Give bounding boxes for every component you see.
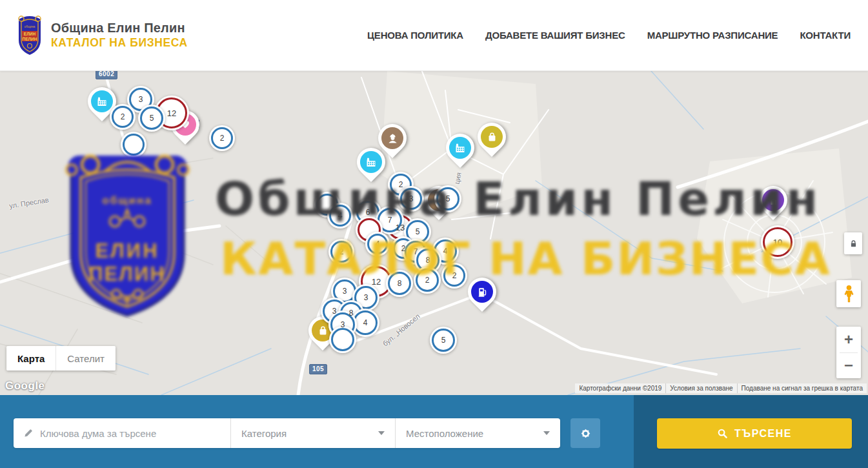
brand-text: Община Елин Пелин КАТАЛОГ НА БИЗНЕСА — [51, 21, 188, 50]
map-type-satellite-button[interactable]: Сателит — [56, 346, 116, 371]
zoom-control: + − — [836, 327, 861, 378]
streetview-lock-button[interactable] — [844, 232, 862, 254]
page: община ЕЛИН ПЕЛИН Община Елин Пелин КАТА… — [0, 0, 868, 468]
emblem-name2: ПЕЛИН — [23, 36, 37, 41]
attribution-link[interactable]: Подаване на сигнал за грешка в картата — [737, 383, 867, 393]
cluster-count: 8 — [349, 309, 354, 318]
attribution-link[interactable]: Условия за ползване — [665, 383, 736, 393]
brand-subtitle: КАТАЛОГ НА БИЗНЕСА — [51, 36, 188, 50]
cluster-count: 7 — [388, 216, 392, 225]
cluster-count: 2 — [452, 271, 457, 280]
cluster-count: 3 — [343, 287, 347, 296]
keyword-input[interactable] — [40, 428, 221, 439]
cluster-marker[interactable] — [329, 326, 356, 353]
pencil-icon — [23, 428, 34, 439]
cluster-marker[interactable]: 2 — [110, 104, 136, 130]
cluster-count: 2 — [220, 134, 225, 143]
cluster-marker[interactable]: 8 — [386, 270, 413, 297]
google-logo[interactable]: Google — [5, 380, 45, 392]
cluster-count: 10 — [773, 238, 782, 247]
zoom-out-button[interactable]: − — [836, 353, 861, 379]
brand-title: Община Елин Пелин — [51, 21, 188, 36]
cluster-count: 3 — [409, 194, 414, 203]
cluster-count: 2 — [121, 112, 125, 121]
header: община ЕЛИН ПЕЛИН Община Елин Пелин КАТА… — [0, 0, 868, 71]
location-select-label: Местоположение — [406, 428, 483, 439]
cluster-count: 3 — [364, 293, 368, 302]
cluster-count: 2 — [339, 247, 344, 256]
nav-item[interactable]: КОНТАКТИ — [800, 30, 851, 41]
cluster-marker[interactable] — [121, 132, 146, 158]
cluster-marker[interactable]: 4 — [327, 203, 353, 229]
cluster-marker[interactable]: 2 — [209, 125, 235, 151]
category-select[interactable]: Категория — [230, 418, 395, 448]
search-bar: Категория Местоположение ТЪРСЕНЕ — [0, 395, 868, 468]
cluster-count: 3 — [139, 95, 143, 104]
cluster-count: 12 — [372, 277, 381, 287]
cluster-count: 2 — [399, 180, 403, 189]
pegman-control[interactable] — [836, 280, 861, 307]
pegman-icon — [842, 285, 856, 303]
clusters-layer: 12325223546137542274822128333843510 — [0, 71, 868, 395]
municipality-emblem-icon: община ЕЛИН ПЕЛИН — [16, 14, 43, 57]
emblem-top-text: община — [25, 25, 35, 28]
cluster-marker[interactable]: 2 — [414, 267, 441, 294]
cluster-count: 3 — [341, 320, 345, 329]
cluster-count: 12 — [167, 108, 176, 118]
cluster-count: 3 — [332, 307, 337, 316]
nav-item[interactable]: ЦЕНОВА ПОЛИТИКА — [367, 30, 463, 41]
search-fields-group: Категория Местоположение — [14, 418, 560, 448]
cluster-marker[interactable]: 4 — [365, 232, 390, 256]
search-icon — [717, 428, 728, 439]
cluster-count: 5 — [416, 227, 420, 236]
cluster-marker[interactable]: 5 — [434, 185, 461, 212]
cluster-count: 5 — [446, 194, 450, 203]
gear-icon — [579, 427, 592, 440]
cluster-count: 4 — [443, 247, 448, 256]
cluster-marker[interactable]: 2 — [328, 239, 354, 265]
map-canvas[interactable]: ул. Преславбул. „Новоселция 6002105 1232… — [0, 71, 868, 395]
cluster-count: 8 — [398, 279, 402, 288]
cluster-count: 6 — [366, 208, 370, 217]
site-logo[interactable]: община ЕЛИН ПЕЛИН Община Елин Пелин КАТА… — [16, 14, 188, 57]
map-attribution: Картографски данни ©2019Условия за ползв… — [575, 383, 867, 393]
nav-item[interactable]: ДОБАВЕТЕ ВАШИЯТ БИЗНЕС — [485, 30, 625, 41]
map-type-control: Карта Сателит — [6, 346, 116, 371]
keyword-field-wrap — [14, 418, 230, 448]
cluster-count: 2 — [401, 244, 406, 253]
cluster-count: 2 — [425, 276, 430, 285]
cluster-count: 7 — [414, 247, 418, 256]
main-nav: ЦЕНОВА ПОЛИТИКАДОБАВЕТЕ ВАШИЯТ БИЗНЕСМАР… — [367, 30, 852, 41]
zoom-in-button[interactable]: + — [836, 327, 861, 352]
lock-icon — [849, 239, 858, 249]
search-button[interactable]: ТЪРСЕНЕ — [657, 418, 852, 449]
advanced-settings-button[interactable] — [570, 418, 600, 448]
cluster-count: 4 — [338, 211, 343, 220]
search-button-label: ТЪРСЕНЕ — [734, 428, 792, 440]
chevron-down-icon — [378, 431, 385, 435]
emblem-name1: ЕЛИН — [24, 32, 36, 36]
cluster-marker[interactable]: 5 — [430, 327, 457, 354]
chevron-down-icon — [543, 431, 550, 435]
cluster-marker[interactable]: 10 — [761, 225, 794, 259]
cluster-marker[interactable]: 3 — [398, 186, 424, 212]
cluster-count: 4 — [376, 239, 380, 249]
cluster-ring — [331, 328, 354, 351]
location-select[interactable]: Местоположение — [395, 418, 560, 448]
category-select-label: Категория — [241, 428, 287, 439]
cluster-ring — [123, 134, 145, 156]
cluster-marker[interactable]: 5 — [138, 105, 165, 132]
map-type-map-button[interactable]: Карта — [6, 346, 56, 371]
nav-item[interactable]: МАРШРУТНО РАЗПИСАНИЕ — [647, 30, 778, 41]
cluster-count: 5 — [150, 114, 154, 123]
cluster-count: 4 — [363, 318, 368, 327]
cluster-count: 5 — [441, 336, 446, 345]
cluster-count: 13 — [396, 223, 405, 232]
cluster-count: 8 — [426, 256, 430, 265]
cluster-marker[interactable]: 2 — [441, 263, 467, 289]
attribution-text: Картографски данни ©2019 — [575, 383, 665, 393]
